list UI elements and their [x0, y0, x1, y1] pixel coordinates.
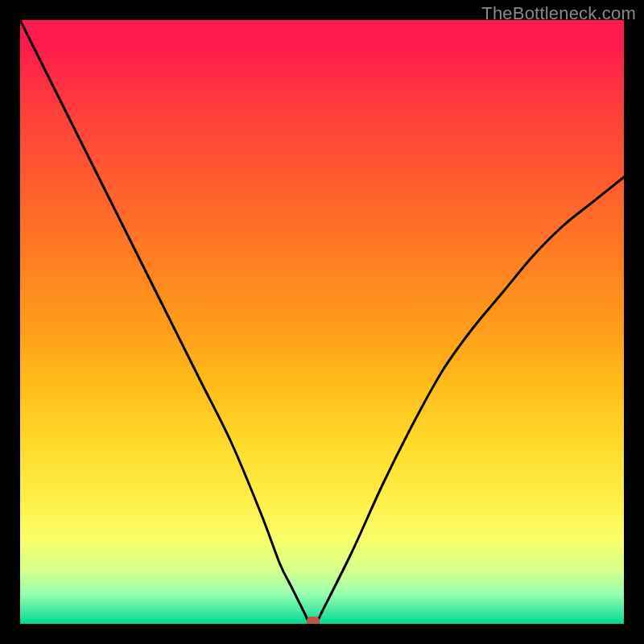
bottleneck-curve — [20, 20, 624, 624]
optimum-marker-icon — [307, 617, 320, 624]
plot-area — [20, 20, 624, 624]
watermark-label: TheBottleneck.com — [481, 3, 636, 24]
chart-frame: TheBottleneck.com — [0, 0, 644, 644]
